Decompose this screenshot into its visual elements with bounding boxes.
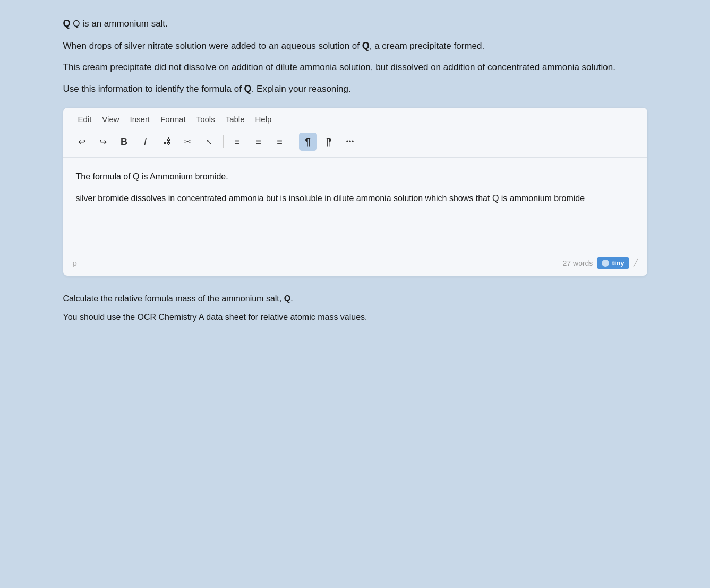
editor-menubar: Edit View Insert Format Tools Table Help xyxy=(63,108,647,128)
toolbar-separator-1 xyxy=(223,135,224,148)
more-icon: ••• xyxy=(346,138,355,145)
tiny-label: tiny xyxy=(612,259,624,267)
redo-button[interactable] xyxy=(94,133,112,151)
pilcrow-icon: ¶ xyxy=(326,136,332,148)
expand-icon: ⤡ xyxy=(206,137,212,146)
align-right-icon: ≡ xyxy=(277,136,283,148)
eraser-button[interactable]: ✂ xyxy=(179,133,197,151)
question-line1: Q Q is an ammonium salt. xyxy=(63,16,647,32)
page-content: Q Q is an ammonium salt. When drops of s… xyxy=(63,16,647,324)
editor-line-1: The formula of Q is Ammonium bromide. xyxy=(76,169,635,184)
toolbar-separator-2 xyxy=(294,135,294,148)
menu-insert[interactable]: Insert xyxy=(126,113,155,125)
menu-edit[interactable]: Edit xyxy=(74,113,96,125)
menu-view[interactable]: View xyxy=(98,113,123,125)
undo-button[interactable] xyxy=(73,133,91,151)
tiny-badge: tiny xyxy=(597,257,629,269)
align-left-button[interactable]: ≡ xyxy=(228,133,246,151)
bottom-line1: Calculate the relative formula mass of t… xyxy=(63,292,647,306)
editor-line-2: silver bromide dissolves in concentrated… xyxy=(76,191,635,205)
menu-format[interactable]: Format xyxy=(156,113,190,125)
bold-button[interactable]: B xyxy=(115,133,133,151)
question-line3: This cream precipitate did not dissolve … xyxy=(63,60,647,75)
editor-footer: p 27 words tiny ╱ xyxy=(63,253,647,276)
expand-button[interactable]: ⤡ xyxy=(200,133,218,151)
q-bold-5: Q xyxy=(284,294,290,303)
align-right-button[interactable]: ≡ xyxy=(271,133,289,151)
more-button[interactable]: ••• xyxy=(341,133,360,151)
editor-toolbar: B I ⛓ ✂ ⤡ ≡ ≡ ≡ xyxy=(63,128,647,158)
undo-icon xyxy=(78,136,85,148)
question-line2: When drops of silver nitrate solution we… xyxy=(63,38,647,54)
align-center-button[interactable]: ≡ xyxy=(250,133,268,151)
link-button[interactable]: ⛓ xyxy=(158,133,176,151)
italic-button[interactable]: I xyxy=(136,133,155,151)
slash-indicator: ╱ xyxy=(634,259,638,267)
pilcrow-button[interactable]: ¶ xyxy=(320,133,338,151)
menu-help[interactable]: Help xyxy=(251,113,276,125)
align-left-icon: ≡ xyxy=(234,136,240,148)
eraser-icon: ✂ xyxy=(184,137,191,146)
q-bold-4: Q xyxy=(244,83,252,94)
paragraph-indicator: p xyxy=(73,258,77,267)
word-count: 27 words xyxy=(563,259,593,267)
q-bold-2: Q xyxy=(362,40,370,51)
question-line4: Use this information to identify the for… xyxy=(63,81,647,97)
q-bold-1: Q xyxy=(63,18,71,29)
redo-icon xyxy=(99,136,107,148)
bottom-text-block: Calculate the relative formula mass of t… xyxy=(63,292,647,324)
menu-tools[interactable]: Tools xyxy=(192,113,219,125)
bottom-line2: You should use the OCR Chemistry A data … xyxy=(63,310,647,324)
footer-right: 27 words tiny ╱ xyxy=(563,257,638,269)
bold-icon: B xyxy=(121,136,127,148)
editor-container: Edit View Insert Format Tools Table Help… xyxy=(63,108,647,276)
menu-table[interactable]: Table xyxy=(221,113,249,125)
paragraph-rtl-button[interactable]: ¶ xyxy=(299,133,317,151)
editor-body[interactable]: The formula of Q is Ammonium bromide. si… xyxy=(63,158,647,253)
question-block: Q Q is an ammonium salt. When drops of s… xyxy=(63,16,647,97)
align-center-icon: ≡ xyxy=(255,136,261,148)
paragraph-rtl-icon: ¶ xyxy=(305,136,311,148)
link-icon: ⛓ xyxy=(162,137,171,146)
italic-icon: I xyxy=(144,136,147,148)
